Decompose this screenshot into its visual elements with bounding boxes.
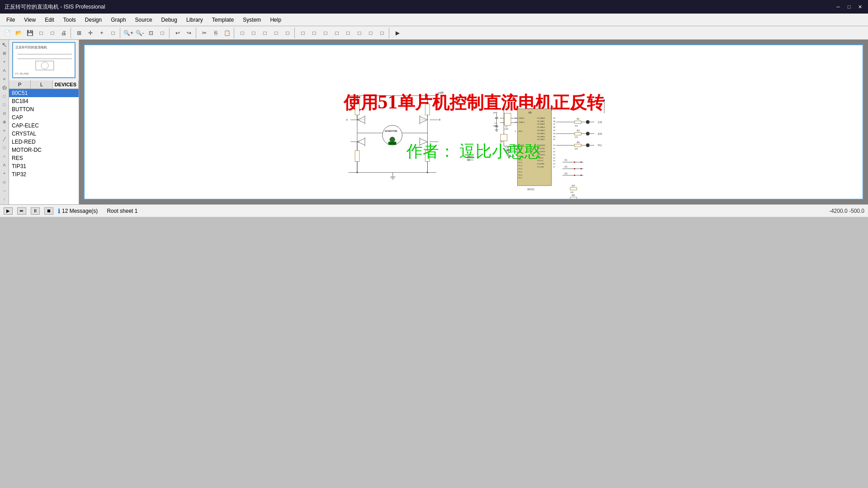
zoom-out[interactable]: 🔍- bbox=[134, 28, 145, 38]
select-tool[interactable]: ↖ bbox=[0, 41, 9, 49]
tab-devices[interactable]: DEVICES bbox=[53, 80, 79, 89]
device-cap[interactable]: CAP bbox=[9, 113, 79, 122]
tb-grid[interactable]: ⊞ bbox=[74, 28, 85, 38]
draw-line[interactable]: ╱ bbox=[0, 135, 9, 143]
pause-button[interactable]: ⏸ bbox=[31, 207, 40, 215]
svg-text:35: 35 bbox=[553, 129, 555, 131]
device-cap-elec[interactable]: CAP-ELEC bbox=[9, 122, 79, 130]
tb-btn24[interactable]: □ bbox=[282, 28, 293, 38]
tb-btn22[interactable]: □ bbox=[259, 28, 270, 38]
tb-btn23[interactable]: □ bbox=[271, 28, 282, 38]
svg-text:P0.6/AD6: P0.6/AD6 bbox=[537, 136, 545, 138]
tab-l[interactable]: L bbox=[31, 80, 52, 89]
canvas-area[interactable]: 使用51单片机控制直流电机正反转 +12V bbox=[79, 40, 868, 204]
tb-btn25[interactable]: □ bbox=[297, 28, 308, 38]
device-led-red[interactable]: LED-RED bbox=[9, 138, 79, 146]
step-button[interactable]: ⏭ bbox=[17, 207, 26, 215]
tab-p[interactable]: P bbox=[9, 80, 31, 89]
device-res[interactable]: RES bbox=[9, 154, 79, 162]
menu-graph[interactable]: Graph bbox=[106, 15, 130, 25]
port-tool[interactable]: □ bbox=[0, 92, 9, 100]
device-motor-dc[interactable]: MOTOR-DC bbox=[9, 146, 79, 154]
zoom-fit[interactable]: ⊡ bbox=[146, 28, 156, 38]
text-tool[interactable]: A bbox=[0, 161, 9, 169]
tb-btn5[interactable]: □ bbox=[47, 28, 58, 38]
tb-btn27[interactable]: □ bbox=[320, 28, 331, 38]
tb-btn31[interactable]: □ bbox=[365, 28, 376, 38]
tb-btn29[interactable]: □ bbox=[343, 28, 354, 38]
undo-button[interactable]: ↩ bbox=[172, 28, 183, 38]
menu-design[interactable]: Design bbox=[80, 15, 106, 25]
maximize-button[interactable]: □ bbox=[845, 3, 853, 10]
menu-template[interactable]: Template bbox=[208, 15, 239, 25]
tb-crosshair[interactable]: ✛ bbox=[85, 28, 96, 38]
toolbar-sep1 bbox=[71, 28, 72, 38]
draw-circle[interactable]: ○ bbox=[0, 152, 9, 160]
symbol-tool[interactable]: + bbox=[0, 169, 9, 178]
redo-button[interactable]: ↪ bbox=[184, 28, 194, 38]
bus-tool[interactable]: ≡ bbox=[0, 75, 9, 83]
junction-tool[interactable]: + bbox=[0, 58, 9, 66]
svg-text:12: 12 bbox=[553, 150, 555, 153]
svg-text:+12V: +12V bbox=[505, 106, 509, 108]
cut-button[interactable]: ✂ bbox=[199, 28, 210, 38]
zoom-area[interactable]: □ bbox=[157, 28, 168, 38]
sheet-tool[interactable]: □ bbox=[0, 101, 9, 109]
svg-point-53 bbox=[390, 137, 395, 142]
menu-system[interactable]: System bbox=[238, 15, 265, 25]
tb-btn32[interactable]: □ bbox=[377, 28, 387, 38]
power-tool[interactable]: ⏻ bbox=[0, 84, 9, 92]
tb-btn28[interactable]: □ bbox=[331, 28, 342, 38]
open-button[interactable]: 📂 bbox=[13, 28, 24, 38]
preview-svg: 正反转可控的直流电机 F1: BLANK bbox=[13, 43, 75, 78]
play-button[interactable]: ▶ bbox=[4, 207, 13, 215]
menu-source[interactable]: Source bbox=[131, 15, 157, 25]
draw-box[interactable]: □ bbox=[0, 144, 9, 152]
device-tip32[interactable]: TIP32 bbox=[9, 170, 79, 178]
menu-help[interactable]: Help bbox=[265, 15, 286, 25]
menu-tools[interactable]: Tools bbox=[59, 15, 80, 25]
svg-rect-173 bbox=[575, 132, 581, 135]
tape-tool[interactable]: ⊗ bbox=[0, 118, 9, 126]
svg-text:正反转可控的直流电机: 正反转可控的直流电机 bbox=[15, 46, 47, 49]
stop-button[interactable]: ⏹ bbox=[44, 207, 53, 215]
svg-marker-189 bbox=[604, 99, 605, 101]
tb-btn33[interactable]: ▶ bbox=[392, 28, 403, 38]
new-button[interactable]: 📄 bbox=[2, 28, 13, 38]
zoom-in[interactable]: 🔍+ bbox=[123, 28, 134, 38]
tb-select[interactable]: □ bbox=[237, 28, 248, 38]
sheet-name: Root sheet 1 bbox=[107, 208, 137, 214]
paste-button[interactable]: 📋 bbox=[222, 28, 232, 38]
device-bc184[interactable]: BC184 bbox=[9, 97, 79, 105]
tb-btn4[interactable]: □ bbox=[36, 28, 47, 38]
pan-up[interactable]: ↑ bbox=[0, 195, 9, 203]
schematic-content: 使用51单片机控制直流电机正反转 +12V bbox=[85, 45, 863, 199]
pan-right[interactable]: → bbox=[0, 187, 9, 195]
print-button[interactable]: 🖨 bbox=[58, 28, 69, 38]
tb-btn30[interactable]: □ bbox=[354, 28, 365, 38]
tb-btn9[interactable]: + bbox=[96, 28, 107, 38]
device-tip31[interactable]: TIP31 bbox=[9, 162, 79, 170]
menu-library[interactable]: Library bbox=[182, 15, 208, 25]
device-button[interactable]: BUTTON bbox=[9, 105, 79, 113]
menu-file[interactable]: File bbox=[2, 15, 19, 25]
tb-btn26[interactable]: □ bbox=[309, 28, 320, 38]
minimize-button[interactable]: ─ bbox=[835, 3, 842, 10]
tb-btn21[interactable]: □ bbox=[248, 28, 259, 38]
wire-label-tool[interactable]: A bbox=[0, 66, 9, 75]
save-button[interactable]: 💾 bbox=[24, 28, 35, 38]
probe-tool[interactable]: ⊙ bbox=[0, 109, 9, 117]
menu-view[interactable]: View bbox=[19, 15, 40, 25]
device-80c51[interactable]: 80C51 bbox=[9, 89, 79, 97]
copy-button[interactable]: ⎘ bbox=[210, 28, 221, 38]
close-button[interactable]: ✕ bbox=[856, 3, 863, 10]
component-tool[interactable]: ⊞ bbox=[0, 49, 9, 57]
device-crystal[interactable]: CRYSTAL bbox=[9, 130, 79, 138]
marker-tool[interactable]: ◇ bbox=[0, 178, 9, 186]
menu-edit[interactable]: Edit bbox=[40, 15, 59, 25]
generator-tool[interactable]: ≈ bbox=[0, 127, 9, 135]
svg-text:P0.0/AD0: P0.0/AD0 bbox=[537, 117, 545, 119]
svg-text:220: 220 bbox=[575, 125, 578, 127]
tb-btn10[interactable]: □ bbox=[108, 28, 118, 38]
menu-debug[interactable]: Debug bbox=[157, 15, 182, 25]
